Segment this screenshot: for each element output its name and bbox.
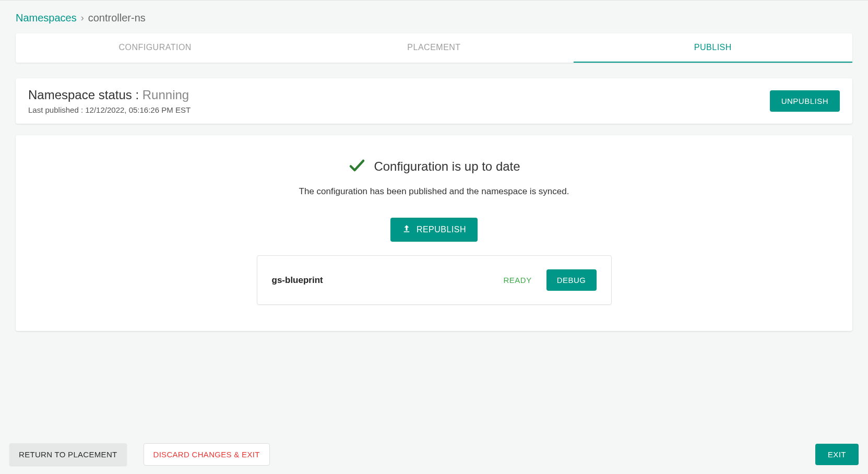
unpublish-button[interactable]: UNPUBLISH bbox=[770, 90, 840, 112]
check-icon bbox=[348, 156, 366, 177]
last-published: Last published : 12/12/2022, 05:16:26 PM… bbox=[28, 105, 191, 114]
return-to-placement-button[interactable]: RETURN TO PLACEMENT bbox=[9, 443, 127, 466]
blueprint-right: READY DEBUG bbox=[503, 269, 596, 291]
last-published-label: Last published : bbox=[28, 105, 85, 114]
footer-bar: RETURN TO PLACEMENT DISCARD CHANGES & EX… bbox=[0, 435, 868, 474]
tab-placement[interactable]: PLACEMENT bbox=[294, 33, 573, 63]
config-card: Configuration is up to date The configur… bbox=[16, 135, 852, 331]
tab-configuration[interactable]: CONFIGURATION bbox=[16, 33, 294, 63]
upload-icon bbox=[402, 224, 411, 235]
republish-label: REPUBLISH bbox=[417, 225, 466, 234]
republish-button[interactable]: REPUBLISH bbox=[390, 218, 478, 242]
config-heading-row: Configuration is up to date bbox=[348, 156, 520, 177]
tab-bar: CONFIGURATION PLACEMENT PUBLISH bbox=[16, 33, 852, 63]
breadcrumb-current: controller-ns bbox=[88, 12, 146, 24]
footer-left: RETURN TO PLACEMENT DISCARD CHANGES & EX… bbox=[9, 443, 270, 466]
blueprint-card: gs-blueprint READY DEBUG bbox=[257, 255, 612, 305]
status-title: Namespace status : Running bbox=[28, 88, 191, 102]
blueprint-status: READY bbox=[503, 276, 531, 285]
status-label: Namespace status : bbox=[28, 88, 142, 102]
last-published-value: 12/12/2022, 05:16:26 PM EST bbox=[85, 105, 191, 114]
discard-changes-button[interactable]: DISCARD CHANGES & EXIT bbox=[144, 443, 270, 466]
breadcrumb-root-link[interactable]: Namespaces bbox=[16, 12, 77, 24]
breadcrumb-separator: › bbox=[81, 13, 84, 23]
blueprint-name: gs-blueprint bbox=[272, 275, 323, 286]
tab-publish[interactable]: PUBLISH bbox=[574, 33, 852, 63]
status-value: Running bbox=[142, 88, 189, 102]
breadcrumb: Namespaces › controller-ns bbox=[0, 1, 868, 33]
svg-rect-0 bbox=[404, 231, 410, 232]
config-subtext: The configuration has been published and… bbox=[299, 186, 569, 197]
exit-button[interactable]: EXIT bbox=[815, 444, 859, 465]
status-card: Namespace status : Running Last publishe… bbox=[16, 78, 852, 124]
status-left: Namespace status : Running Last publishe… bbox=[28, 88, 191, 114]
debug-button[interactable]: DEBUG bbox=[546, 269, 597, 291]
config-heading: Configuration is up to date bbox=[374, 159, 520, 174]
